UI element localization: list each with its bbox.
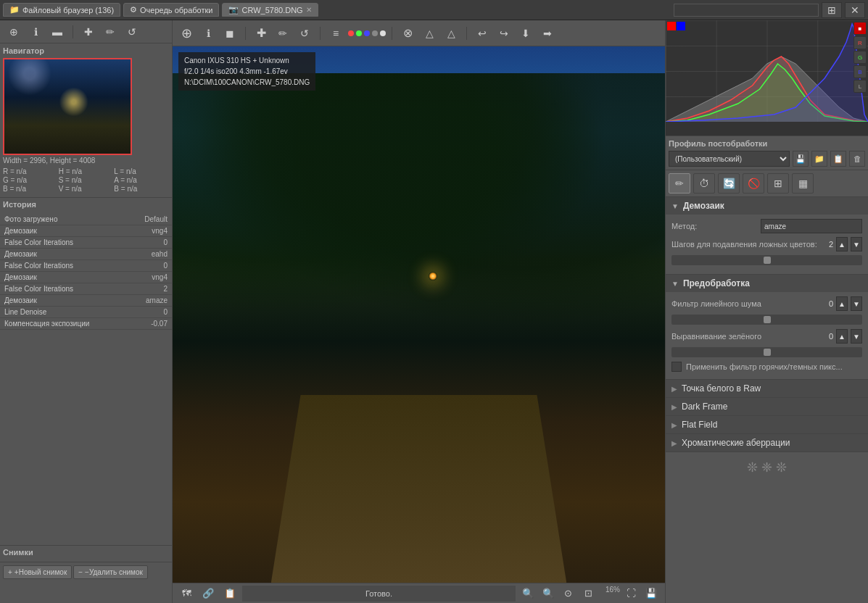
copy-btn[interactable]: 📋 xyxy=(220,586,239,602)
close-tab-icon[interactable]: ✕ xyxy=(306,6,312,14)
green-eq-slider[interactable] xyxy=(671,347,862,357)
hist-btn-1[interactable]: ■ xyxy=(853,22,867,35)
circle-btn[interactable]: ⊗ xyxy=(398,25,417,42)
info2-btn[interactable]: ℹ xyxy=(199,25,218,42)
overlay-line2: f/2.0 1/4s iso200 4.3mm -1.67ev xyxy=(184,66,310,77)
list-item[interactable]: Демозаик eahd xyxy=(0,249,172,260)
export-btn[interactable]: 💾 xyxy=(642,586,661,602)
line-noise-slider[interactable] xyxy=(671,315,862,325)
zoom-in-btn[interactable]: ⊕ xyxy=(4,23,23,41)
link-btn[interactable]: 🔗 xyxy=(199,586,218,602)
list-item[interactable]: Фото загружено Default xyxy=(0,214,172,225)
undo2-btn[interactable]: ↩ xyxy=(473,25,492,42)
profile-select[interactable]: (Пользовательский) xyxy=(669,151,790,167)
redo2-btn[interactable]: ↪ xyxy=(495,25,513,42)
rotate-btn[interactable]: ↺ xyxy=(123,23,141,41)
historia-list[interactable]: Фото загружено Default Демозаик vng4 Fal… xyxy=(0,214,172,545)
dark-frame-section[interactable]: ▶ Dark Frame xyxy=(666,398,868,416)
hist-btn-b[interactable]: B xyxy=(853,65,867,78)
list-item[interactable]: Демозаик vng4 xyxy=(0,225,172,237)
grid-view-btn[interactable]: ⊞ xyxy=(822,2,842,18)
false-color-spin-up[interactable]: ▲ xyxy=(836,237,848,251)
preobrabotka-header[interactable]: ▼ Предобработка xyxy=(666,275,868,292)
profile-save-btn[interactable]: 💾 xyxy=(793,151,809,167)
list-item[interactable]: False Color Iterations 0 xyxy=(0,237,172,249)
nav-btn[interactable]: ⊕ xyxy=(177,25,196,42)
zoom-100-btn[interactable]: ⊡ xyxy=(579,586,598,602)
profile-copy-btn[interactable]: 📋 xyxy=(830,151,846,167)
hist-btn-r[interactable]: R xyxy=(853,36,867,49)
false-color-slider[interactable] xyxy=(671,255,862,265)
hist-btn-g[interactable]: G xyxy=(853,51,867,64)
hot-pixels-checkbox[interactable] xyxy=(671,362,682,372)
zoom-fit-btn[interactable]: ⊙ xyxy=(559,586,578,602)
flat-field-section[interactable]: ▶ Flat Field xyxy=(666,416,868,434)
flat-field-arrow: ▶ xyxy=(671,421,677,429)
crop-btn[interactable]: ▬ xyxy=(48,23,67,41)
item-value: vng4 xyxy=(152,273,168,281)
main-layout: ⊕ ℹ ▬ ✚ ✏ ↺ Навигатор Width = 2996, Heig… xyxy=(0,20,868,603)
status-bar: 🗺 🔗 📋 Готово. 🔍 🔍 ⊙ ⊡ 16% ⛶ 💾 xyxy=(173,583,665,603)
add-btn[interactable]: ✚ xyxy=(79,23,98,41)
warn3-btn[interactable]: △ xyxy=(420,25,439,42)
hline-btn[interactable]: ≡ xyxy=(326,25,345,42)
map-btn[interactable]: 🗺 xyxy=(177,586,196,602)
list-item[interactable]: False Color Iterations 2 xyxy=(0,283,172,295)
green-eq-spin-up[interactable]: ▲ xyxy=(836,329,848,344)
demosaik-arrow: ▼ xyxy=(671,202,679,210)
list-item[interactable]: Line Denoise 0 xyxy=(0,307,172,318)
false-color-value: 2 xyxy=(829,240,833,249)
chromatic-section[interactable]: ▶ Хроматические аберрации xyxy=(666,434,868,452)
demosaik-header[interactable]: ▼ Демозаик xyxy=(666,197,868,215)
list-item[interactable]: False Color Iterations 0 xyxy=(0,260,172,272)
panel-bottom: ❊ ❈ ❊ xyxy=(666,452,868,483)
profile-delete-btn[interactable]: 🗑 xyxy=(849,151,865,167)
add2-btn[interactable]: ✚ xyxy=(252,25,270,42)
warn4-btn[interactable]: △ xyxy=(442,25,460,42)
module-clock-btn[interactable]: ⏱ xyxy=(693,173,715,194)
search-input[interactable] xyxy=(674,4,819,17)
module-refresh-btn[interactable]: 🔄 xyxy=(718,173,740,194)
tab-file-browser[interactable]: 📁 Файловый браузер (136) xyxy=(3,3,120,17)
method-label: Метод: xyxy=(671,222,758,230)
list-item[interactable]: Компенсация экспозиции -0.07 xyxy=(0,318,172,330)
list-item[interactable]: Демозаик vng4 xyxy=(0,272,172,283)
dl-btn[interactable]: ⬇ xyxy=(516,25,535,42)
list-item[interactable]: Демозаик amaze xyxy=(0,295,172,307)
left-panel: ⊕ ℹ ▬ ✚ ✏ ↺ Навигатор Width = 2996, Heig… xyxy=(0,20,173,603)
line-noise-spin-down[interactable]: ▼ xyxy=(851,296,862,311)
tab-queue[interactable]: ⚙ Очередь обработки xyxy=(123,3,219,17)
close-window-btn[interactable]: ✕ xyxy=(845,2,865,18)
pen-btn[interactable]: ✏ xyxy=(273,25,292,42)
del-snapshot-btn[interactable]: − −Удалить снимок xyxy=(73,565,148,579)
item-value: amaze xyxy=(146,296,168,304)
chromatic-title: Хроматические аберрации xyxy=(682,438,790,448)
image-container[interactable]: Canon IXUS 310 HS + Unknown f/2.0 1/4s i… xyxy=(173,46,665,583)
white-point-section[interactable]: ▶ Точка белого в Raw xyxy=(666,380,868,398)
tab-crw[interactable]: 📷 CRW_5780.DNG ✕ xyxy=(222,3,318,17)
module-pen-btn[interactable]: ✏ xyxy=(669,173,690,194)
dark-frame-title: Dark Frame xyxy=(682,402,727,412)
new-snapshot-btn[interactable]: + +Новый снимок xyxy=(3,565,72,579)
item-value: 0 xyxy=(163,308,168,316)
zoom-out-btn[interactable]: 🔍 xyxy=(518,586,537,602)
line-noise-spin-up[interactable]: ▲ xyxy=(836,296,848,311)
method-input[interactable] xyxy=(761,219,862,233)
hist-btn-l[interactable]: L xyxy=(853,80,867,93)
dr-btn[interactable]: ➡ xyxy=(538,25,557,42)
pencil-btn[interactable]: ✏ xyxy=(101,23,120,41)
green-eq-spin-down[interactable]: ▼ xyxy=(851,329,862,344)
module-grid-btn[interactable]: ⊞ xyxy=(767,173,789,194)
slider-thumb-3 xyxy=(764,349,771,356)
tab-queue-label: Очередь обработки xyxy=(140,6,212,14)
zoom-in2-btn[interactable]: 🔍 xyxy=(539,586,558,602)
info-btn[interactable]: ℹ xyxy=(26,23,45,41)
rotate2-btn[interactable]: ↺ xyxy=(295,25,314,42)
fullscreen-btn[interactable]: ⛶ xyxy=(621,586,640,602)
snapshot2-btn[interactable]: ◼ xyxy=(220,25,239,42)
hot-pixels-label: Применить фильтр горячих/темных пикс... xyxy=(686,362,862,371)
module-no-btn[interactable]: 🚫 xyxy=(743,173,764,194)
profile-load-btn[interactable]: 📁 xyxy=(811,151,827,167)
false-color-spin-down[interactable]: ▼ xyxy=(851,237,862,251)
module-bar-btn[interactable]: ▦ xyxy=(792,173,814,194)
